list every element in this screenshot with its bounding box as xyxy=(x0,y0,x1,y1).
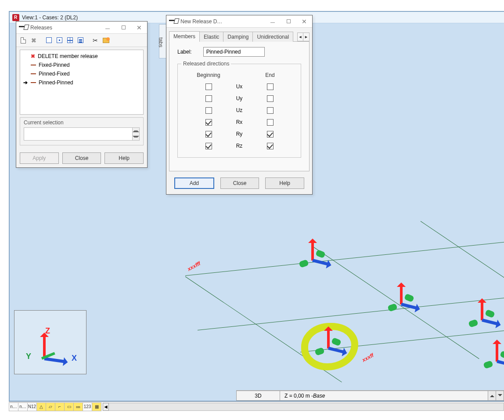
hscroll-track[interactable] xyxy=(109,403,504,411)
list-icon xyxy=(78,37,83,43)
releases-title: Releases xyxy=(30,25,52,31)
bt-4[interactable]: △ xyxy=(36,402,46,411)
tab-damping[interactable]: Damping xyxy=(223,32,253,42)
close-button[interactable]: Close xyxy=(62,152,101,164)
new-release-title: New Release D… xyxy=(180,18,222,25)
bottom-toolbar: n… n… N12 △ ▱ ⌐ ▭ ㎜ 123 ▦ ◄ xyxy=(9,402,504,411)
cut-button[interactable]: ✂ xyxy=(91,36,100,45)
square-icon xyxy=(46,37,52,43)
hscroll-left[interactable]: ◄ xyxy=(103,403,109,411)
ux-end-checkbox[interactable] xyxy=(267,83,274,90)
tab-scroll-right[interactable]: ► xyxy=(303,33,309,41)
label-input[interactable] xyxy=(203,47,265,57)
uz-end-checkbox[interactable] xyxy=(267,107,274,114)
releases-list[interactable]: ✖ DELETE member release Fixed-Pinned Pin… xyxy=(20,50,144,115)
tab-scroll: ◄ ► xyxy=(297,33,310,41)
uy-end-checkbox[interactable] xyxy=(267,95,274,102)
status-strip: 3D Z = 0,00 m - Base xyxy=(236,390,504,401)
uy-beginning-checkbox[interactable] xyxy=(205,95,212,102)
selection-spinner[interactable] xyxy=(133,127,140,141)
bt-1[interactable]: n… xyxy=(9,402,18,411)
label-field-label: Label: xyxy=(177,49,192,55)
bt-7[interactable]: ▭ xyxy=(64,402,74,411)
row-ry: Ry xyxy=(231,131,247,138)
axis-triad-widget[interactable]: Z X Y xyxy=(14,310,86,374)
tabstrip: Members Elastic Damping Unidirectional ◄… xyxy=(169,31,310,42)
bar-icon xyxy=(31,82,36,83)
bt-6[interactable]: ⌐ xyxy=(55,402,65,411)
coord-cell[interactable]: Z = 0,00 m - Base xyxy=(280,391,488,401)
list-item[interactable]: ✖ DELETE member release xyxy=(23,52,140,61)
coord-spin-down[interactable] xyxy=(496,391,504,401)
open-button[interactable] xyxy=(101,36,110,45)
folder-icon xyxy=(103,38,109,43)
uz-beginning-checkbox[interactable] xyxy=(205,107,212,114)
view-btn-3[interactable] xyxy=(65,36,74,45)
maximize-button[interactable] xyxy=(281,16,296,27)
minimize-button[interactable] xyxy=(100,22,115,33)
rz-beginning-checkbox[interactable] xyxy=(205,143,212,149)
grid-line xyxy=(198,295,504,330)
ux-beginning-checkbox[interactable] xyxy=(205,83,212,90)
new-button[interactable] xyxy=(19,36,28,45)
col-beginning: Beginning xyxy=(195,72,222,78)
close-button[interactable]: ✕ xyxy=(131,22,147,33)
projection-cell[interactable]: 3D xyxy=(236,391,280,401)
bt-10[interactable]: ▦ xyxy=(92,402,101,411)
ry-beginning-checkbox[interactable] xyxy=(205,131,212,138)
rz-end-checkbox[interactable] xyxy=(267,143,274,149)
current-selection-input[interactable] xyxy=(24,127,133,141)
view-btn-4[interactable] xyxy=(76,36,85,45)
releases-titlebar[interactable]: Releases ✕ xyxy=(16,22,147,34)
axis-z-label: Z xyxy=(45,326,50,336)
bt-9[interactable]: 123 xyxy=(83,402,92,411)
apply-button[interactable]: Apply xyxy=(20,152,59,164)
spin-down-icon[interactable] xyxy=(133,134,139,140)
ry-end-checkbox[interactable] xyxy=(267,131,274,138)
members-panel: Label: Released directions Beginning End… xyxy=(169,42,310,171)
coord-spin-up[interactable] xyxy=(488,391,496,401)
list-item-selected[interactable]: ➔ Pinned-Pinned xyxy=(23,78,140,87)
close-button[interactable]: Close xyxy=(220,177,259,189)
tab-scroll-left[interactable]: ◄ xyxy=(298,33,303,41)
releases-dialog: Releases ✕ ✖ ✂ ✖ DELETE member release F… xyxy=(16,21,148,168)
delete-marker-icon: ✖ xyxy=(31,53,35,59)
view-btn-1[interactable] xyxy=(44,36,53,45)
app-icon xyxy=(12,14,19,21)
new-release-titlebar[interactable]: New Release D… ✕ xyxy=(166,15,312,28)
square-dot-icon xyxy=(57,37,62,43)
bt-3[interactable]: N12 xyxy=(27,402,37,411)
list-item[interactable]: Fixed-Pinned xyxy=(23,61,140,69)
add-button[interactable]: Add xyxy=(174,177,214,189)
grid-line xyxy=(185,276,342,382)
help-button[interactable]: Help xyxy=(104,152,144,164)
bt-8[interactable]: ㎜ xyxy=(73,402,83,411)
tabs-handle-label: tabs xyxy=(158,37,164,47)
col-end: End xyxy=(257,72,283,78)
view-title: View:1 - Cases: 2 (DL2) xyxy=(22,14,78,21)
minimize-button[interactable] xyxy=(265,16,281,27)
list-item[interactable]: Pinned-Fixed xyxy=(23,69,140,78)
view-btn-2[interactable] xyxy=(55,36,64,45)
spin-up-icon[interactable] xyxy=(133,128,139,134)
maximize-button[interactable] xyxy=(115,22,131,33)
tab-members[interactable]: Members xyxy=(169,31,200,42)
grid-line xyxy=(300,330,504,352)
bt-2[interactable]: n… xyxy=(18,402,28,411)
tab-unidirectional[interactable]: Unidirectional xyxy=(252,32,293,42)
selected-arrow-icon: ➔ xyxy=(23,80,28,86)
close-button[interactable]: ✕ xyxy=(296,16,312,27)
tab-elastic[interactable]: Elastic xyxy=(199,32,223,42)
bar-icon xyxy=(31,65,36,65)
current-selection-label: Current selection xyxy=(24,119,140,126)
rx-beginning-checkbox[interactable] xyxy=(205,119,212,126)
release-icon xyxy=(19,23,28,30)
group-legend: Released directions xyxy=(181,61,231,67)
rx-end-checkbox[interactable] xyxy=(267,119,274,126)
bt-5[interactable]: ▱ xyxy=(46,402,55,411)
axis-y-label: Y xyxy=(26,352,31,361)
row-rz: Rz xyxy=(231,143,247,149)
delete-button[interactable]: ✖ xyxy=(29,36,38,45)
help-button[interactable]: Help xyxy=(265,177,304,189)
node-label: xxxff xyxy=(361,352,374,363)
